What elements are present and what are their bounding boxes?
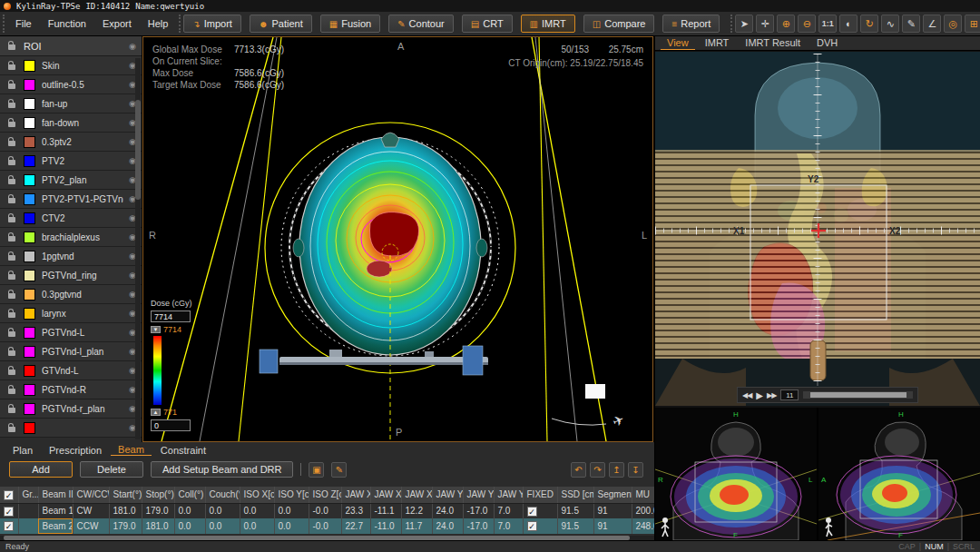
contrast-icon[interactable]: ◐ bbox=[839, 15, 858, 33]
add-setup-beam-and-drr-button[interactable]: Add Setup Beam and DRR bbox=[151, 461, 293, 478]
roi-item[interactable]: PTV2◉ bbox=[0, 152, 142, 171]
roi-color-swatch[interactable] bbox=[24, 251, 35, 262]
unlock-icon[interactable] bbox=[0, 405, 24, 413]
select-all-checkbox[interactable]: ✓ bbox=[4, 490, 14, 500]
dose-profile-icon[interactable]: ∿ bbox=[881, 15, 899, 33]
tab-view[interactable]: View bbox=[661, 36, 695, 50]
roi-item[interactable]: larynx◉ bbox=[0, 304, 142, 323]
roi-item[interactable]: PGTVnd-l_plan◉ bbox=[0, 342, 142, 361]
zoom-in-icon[interactable]: ⊕ bbox=[777, 15, 795, 33]
roi-item[interactable]: CTV2◉ bbox=[0, 209, 142, 228]
beam-cell[interactable]: ✓ bbox=[523, 503, 557, 518]
beam-cell[interactable]: 12.2 bbox=[401, 503, 432, 518]
beam-cell[interactable] bbox=[18, 518, 38, 534]
beam-cell[interactable]: ✓ bbox=[523, 518, 557, 534]
rotate-ccw-icon[interactable]: ↶ bbox=[571, 462, 586, 478]
beam-cell[interactable]: 179.0 bbox=[109, 518, 142, 534]
beam-cell[interactable]: CCW bbox=[73, 518, 109, 534]
import-button[interactable]: ↴Import bbox=[183, 15, 241, 33]
beam-cell[interactable]: 248.0 bbox=[632, 518, 654, 534]
beam-row[interactable]: ✓Beam 2CCW179.0181.00.00.00.00.0-0.022.7… bbox=[0, 518, 654, 534]
beam-cell[interactable]: 11.7 bbox=[401, 518, 432, 534]
roi-color-swatch[interactable] bbox=[24, 346, 35, 358]
edit-beam-icon[interactable]: ✎ bbox=[331, 462, 347, 478]
roi-item[interactable]: PGTVnd-R◉ bbox=[0, 380, 142, 399]
menu-item-function[interactable]: Function bbox=[40, 12, 94, 35]
rotate-cw-icon[interactable]: ↷ bbox=[590, 462, 605, 478]
roi-scrollbar[interactable] bbox=[135, 58, 141, 439]
rewind-icon[interactable]: ◀◀ bbox=[742, 391, 751, 399]
roi-color-swatch[interactable] bbox=[24, 327, 35, 339]
beam-cell[interactable]: 179.0 bbox=[142, 503, 174, 518]
unlock-icon[interactable] bbox=[0, 386, 24, 394]
roi-color-swatch[interactable] bbox=[24, 422, 35, 434]
beam-cell[interactable]: -11.0 bbox=[370, 518, 401, 534]
forward-icon[interactable]: ▶▶ bbox=[767, 391, 776, 399]
roi-item[interactable]: PTV2_plan◉ bbox=[0, 171, 142, 190]
roi-color-swatch[interactable] bbox=[24, 193, 35, 205]
roi-color-swatch[interactable] bbox=[24, 308, 35, 320]
fixed-checkbox[interactable]: ✓ bbox=[527, 507, 537, 517]
roi-color-swatch[interactable] bbox=[24, 117, 35, 129]
beam-cell[interactable]: 181.0 bbox=[109, 503, 142, 518]
roi-color-swatch[interactable] bbox=[24, 232, 35, 243]
add-button[interactable]: Add bbox=[9, 461, 73, 478]
eye-all-icon[interactable]: ◉ bbox=[123, 42, 142, 51]
beam-cell[interactable]: Beam 1 bbox=[38, 503, 73, 518]
beam-cell[interactable]: 0.0 bbox=[274, 518, 309, 534]
unlock-icon[interactable] bbox=[0, 195, 24, 203]
roi-item[interactable]: PGTVnd-r_plan◉ bbox=[0, 399, 142, 419]
roi-item[interactable]: ◉ bbox=[0, 419, 142, 438]
roi-item[interactable]: PGTVnd-L◉ bbox=[0, 323, 142, 342]
machine-icon[interactable]: ⊞ bbox=[965, 15, 980, 33]
beam-cell[interactable]: 91.5 bbox=[557, 518, 593, 534]
beam-cell[interactable]: 0.0 bbox=[174, 503, 205, 518]
unlock-icon[interactable] bbox=[0, 62, 24, 70]
tab-prescription[interactable]: Prescription bbox=[42, 445, 109, 456]
beam-cell[interactable]: Beam 2 bbox=[38, 518, 73, 534]
tab-imrt-result[interactable]: IMRT Result bbox=[739, 36, 807, 50]
beam-cell[interactable]: 0.0 bbox=[205, 503, 240, 518]
roi-item[interactable]: outline-0.5◉ bbox=[0, 75, 142, 94]
unlock-icon[interactable] bbox=[0, 176, 24, 184]
beam-cell[interactable]: 181.0 bbox=[142, 518, 174, 534]
beam-cell[interactable]: 22.7 bbox=[341, 518, 370, 534]
roi-color-swatch[interactable] bbox=[24, 174, 35, 186]
unlock-icon[interactable] bbox=[0, 348, 24, 356]
beam-cell[interactable]: 24.0 bbox=[432, 503, 463, 518]
roi-color-swatch[interactable] bbox=[24, 365, 35, 377]
unlock-icon[interactable] bbox=[0, 100, 24, 108]
protractor-icon[interactable]: ∠ bbox=[923, 15, 941, 33]
row-checkbox[interactable]: ✓ bbox=[4, 521, 14, 531]
beam-cell[interactable]: 200.0 bbox=[632, 503, 654, 518]
segment-number[interactable]: 11 bbox=[780, 389, 799, 400]
roi-item[interactable]: 0.3pgtvnd◉ bbox=[0, 285, 142, 304]
beam-cell[interactable] bbox=[18, 503, 38, 518]
dose-upper-marker-icon[interactable]: ▼ bbox=[151, 326, 161, 333]
roi-color-swatch[interactable] bbox=[24, 98, 35, 110]
roi-color-swatch[interactable] bbox=[24, 384, 35, 396]
menu-item-file[interactable]: File bbox=[7, 12, 40, 35]
beam-cell[interactable]: 0.0 bbox=[274, 503, 309, 518]
coronal-dose-view[interactable]: H R L F bbox=[655, 408, 817, 540]
tab-beam[interactable]: Beam bbox=[111, 444, 152, 456]
beam-row[interactable]: ✓Beam 1CW181.0179.00.00.00.00.0-0.023.3-… bbox=[0, 503, 654, 518]
tab-dvh[interactable]: DVH bbox=[810, 36, 844, 50]
roi-color-swatch[interactable] bbox=[24, 155, 35, 167]
unlock-icon[interactable] bbox=[0, 291, 24, 299]
unlock-icon[interactable] bbox=[0, 214, 24, 222]
beam-cell[interactable]: 91 bbox=[593, 503, 632, 518]
shift-up-icon[interactable]: ↥ bbox=[609, 462, 624, 478]
beam-cell[interactable]: 91 bbox=[593, 518, 632, 534]
unlock-icon[interactable] bbox=[0, 138, 24, 146]
beam-cell[interactable]: -17.0 bbox=[463, 518, 494, 534]
tab-plan[interactable]: Plan bbox=[5, 445, 40, 456]
roi-color-swatch[interactable] bbox=[24, 403, 35, 415]
roi-item[interactable]: brachialplexus◉ bbox=[0, 228, 142, 247]
roi-color-swatch[interactable] bbox=[24, 212, 35, 224]
unlock-icon[interactable] bbox=[0, 157, 24, 165]
imrt-button[interactable]: ▥IMRT bbox=[521, 15, 575, 33]
play-icon[interactable]: ▶ bbox=[756, 390, 762, 400]
new-drr-icon[interactable]: ▣ bbox=[309, 462, 324, 478]
unlock-icon[interactable] bbox=[0, 310, 24, 318]
